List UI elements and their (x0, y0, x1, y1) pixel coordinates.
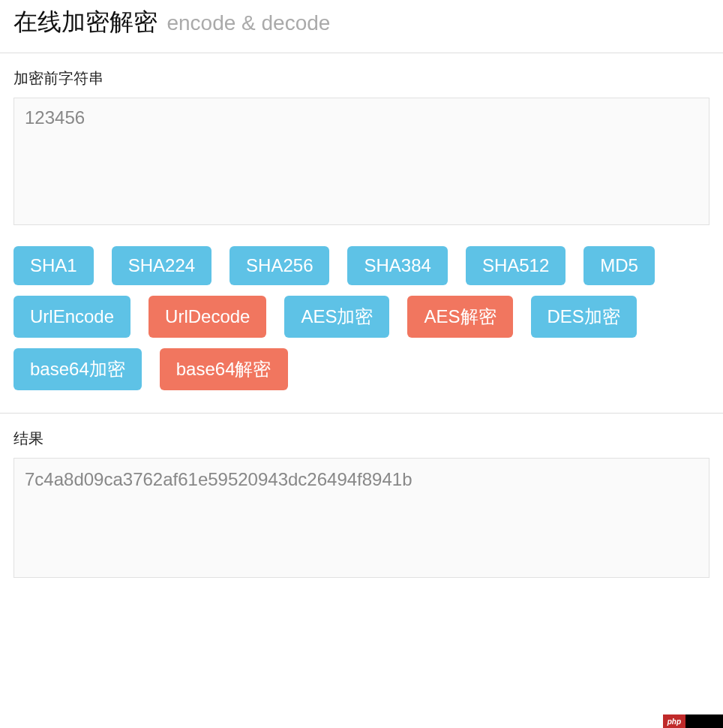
base64--button[interactable]: base64加密 (14, 348, 142, 390)
result-section: 结果 7c4a8d09ca3762af61e59520943dc26494f89… (0, 414, 723, 603)
sha384-button[interactable]: SHA384 (347, 246, 447, 285)
sha256-button[interactable]: SHA256 (230, 246, 329, 285)
base64--button[interactable]: base64解密 (160, 348, 288, 390)
urldecode-button[interactable]: UrlDecode (148, 296, 266, 338)
page-subtitle: encode & decode (166, 11, 330, 35)
result-textarea[interactable]: 7c4a8d09ca3762af61e59520943dc26494f8941b (14, 458, 710, 578)
des--button[interactable]: DES加密 (531, 296, 637, 338)
page-title: 在线加密解密 (14, 8, 158, 35)
page-header: 在线加密解密 encode & decode (0, 0, 723, 53)
urlencode-button[interactable]: UrlEncode (14, 296, 130, 338)
input-label: 加密前字符串 (14, 68, 710, 89)
sha224-button[interactable]: SHA224 (112, 246, 212, 285)
input-textarea[interactable]: 123456 (14, 98, 710, 225)
aes--button[interactable]: AES解密 (407, 296, 512, 338)
result-label: 结果 (14, 429, 710, 449)
input-section: 加密前字符串 123456 SHA1SHA224SHA256SHA384SHA5… (0, 53, 723, 413)
sha512-button[interactable]: SHA512 (466, 246, 566, 285)
sha1-button[interactable]: SHA1 (14, 246, 94, 285)
md5-button[interactable]: MD5 (584, 246, 655, 285)
button-group: SHA1SHA224SHA256SHA384SHA512MD5UrlEncode… (14, 246, 710, 390)
aes--button[interactable]: AES加密 (284, 296, 389, 338)
